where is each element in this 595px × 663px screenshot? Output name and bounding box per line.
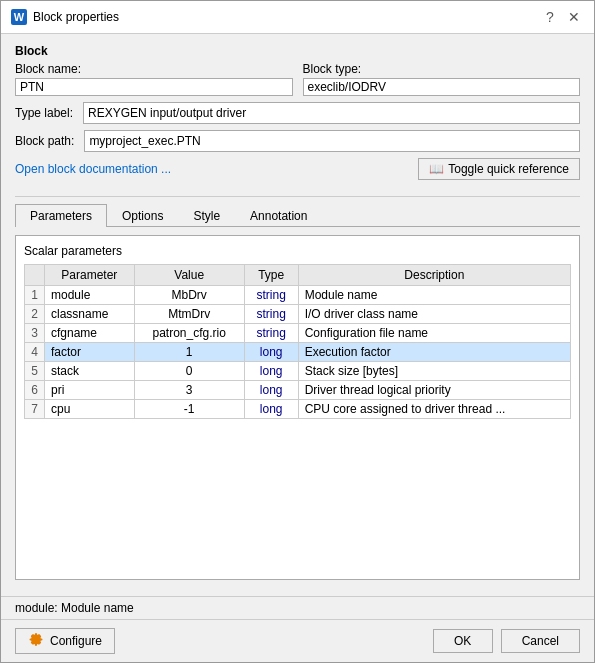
param-name: cfgname	[45, 324, 135, 343]
configure-label: Configure	[50, 634, 102, 648]
title-bar-left: W Block properties	[11, 9, 119, 25]
table-row[interactable]: 7cpu-1longCPU core assigned to driver th…	[25, 400, 571, 419]
row-number: 6	[25, 381, 45, 400]
block-properties-dialog: W Block properties ? ✕ Block Block name:…	[0, 0, 595, 663]
block-name-col: Block name:	[15, 62, 293, 96]
type-label-row: Type label:	[15, 102, 580, 124]
param-desc: Module name	[298, 286, 570, 305]
param-value: MtmDrv	[134, 305, 244, 324]
col-header-type: Type	[244, 265, 298, 286]
param-type: string	[244, 286, 298, 305]
block-path-label: Block path:	[15, 134, 74, 148]
bottom-bar: Configure OK Cancel	[1, 619, 594, 662]
param-value: 0	[134, 362, 244, 381]
close-button[interactable]: ✕	[564, 7, 584, 27]
row-number: 2	[25, 305, 45, 324]
param-desc: Stack size [bytes]	[298, 362, 570, 381]
param-type: long	[244, 381, 298, 400]
row-number: 7	[25, 400, 45, 419]
param-desc: Configuration file name	[298, 324, 570, 343]
param-type: string	[244, 324, 298, 343]
configure-button[interactable]: Configure	[15, 628, 115, 654]
type-label-input[interactable]	[83, 102, 580, 124]
block-name-type-row: Block name: Block type:	[15, 62, 580, 96]
param-value: 1	[134, 343, 244, 362]
col-header-num	[25, 265, 45, 286]
block-path-input[interactable]	[84, 130, 580, 152]
param-value: MbDrv	[134, 286, 244, 305]
block-path-row: Block path:	[15, 130, 580, 152]
gear-icon	[28, 633, 44, 649]
col-header-desc: Description	[298, 265, 570, 286]
block-section-label: Block	[15, 44, 580, 58]
tab-style[interactable]: Style	[178, 204, 235, 227]
row-number: 5	[25, 362, 45, 381]
param-name: factor	[45, 343, 135, 362]
tab-annotation[interactable]: Annotation	[235, 204, 322, 227]
row-number: 3	[25, 324, 45, 343]
param-value: -1	[134, 400, 244, 419]
param-name: stack	[45, 362, 135, 381]
ok-button[interactable]: OK	[433, 629, 493, 653]
help-button[interactable]: ?	[540, 7, 560, 27]
table-row[interactable]: 4factor1longExecution factor	[25, 343, 571, 362]
table-header-row: Parameter Value Type Description	[25, 265, 571, 286]
param-type: long	[244, 362, 298, 381]
dialog-content: Block Block name: Block type: Type label…	[1, 34, 594, 596]
title-bar: W Block properties ? ✕	[1, 1, 594, 34]
param-type: string	[244, 305, 298, 324]
parameters-table: Parameter Value Type Description 1module…	[24, 264, 571, 419]
links-row: Open block documentation ... 📖 Toggle qu…	[15, 158, 580, 180]
row-number: 1	[25, 286, 45, 305]
param-name: pri	[45, 381, 135, 400]
status-text: module: Module name	[15, 601, 134, 615]
table-row[interactable]: 6pri3longDriver thread logical priority	[25, 381, 571, 400]
tab-options[interactable]: Options	[107, 204, 178, 227]
table-row[interactable]: 5stack0longStack size [bytes]	[25, 362, 571, 381]
quick-ref-button[interactable]: 📖 Toggle quick reference	[418, 158, 580, 180]
table-row[interactable]: 3cfgnamepatron_cfg.riostringConfiguratio…	[25, 324, 571, 343]
type-label-label: Type label:	[15, 106, 73, 120]
table-row[interactable]: 1moduleMbDrvstringModule name	[25, 286, 571, 305]
param-name: classname	[45, 305, 135, 324]
param-desc: Driver thread logical priority	[298, 381, 570, 400]
dialog-title: Block properties	[33, 10, 119, 24]
separator	[15, 196, 580, 197]
param-name: module	[45, 286, 135, 305]
tab-parameters[interactable]: Parameters	[15, 204, 107, 227]
param-desc: I/O driver class name	[298, 305, 570, 324]
block-type-input[interactable]	[303, 78, 581, 96]
tabs-bar: Parameters Options Style Annotation	[15, 203, 580, 227]
block-name-label: Block name:	[15, 62, 293, 76]
parameters-panel: Scalar parameters Parameter Value Type D…	[15, 235, 580, 580]
title-bar-right: ? ✕	[540, 7, 584, 27]
svg-text:W: W	[14, 11, 25, 23]
app-icon: W	[11, 9, 27, 25]
param-type: long	[244, 343, 298, 362]
param-name: cpu	[45, 400, 135, 419]
param-desc: CPU core assigned to driver thread ...	[298, 400, 570, 419]
status-bar: module: Module name	[1, 596, 594, 619]
param-value: 3	[134, 381, 244, 400]
param-type: long	[244, 400, 298, 419]
row-number: 4	[25, 343, 45, 362]
col-header-param: Parameter	[45, 265, 135, 286]
scalar-params-title: Scalar parameters	[24, 244, 571, 258]
ok-cancel-group: OK Cancel	[433, 629, 580, 653]
quick-ref-label: Toggle quick reference	[448, 162, 569, 176]
block-type-label: Block type:	[303, 62, 581, 76]
param-desc: Execution factor	[298, 343, 570, 362]
book-icon: 📖	[429, 162, 444, 176]
param-value: patron_cfg.rio	[134, 324, 244, 343]
table-row[interactable]: 2classnameMtmDrvstringI/O driver class n…	[25, 305, 571, 324]
open-doc-link[interactable]: Open block documentation ...	[15, 162, 171, 176]
col-header-value: Value	[134, 265, 244, 286]
block-name-input[interactable]	[15, 78, 293, 96]
block-type-col: Block type:	[303, 62, 581, 96]
cancel-button[interactable]: Cancel	[501, 629, 580, 653]
